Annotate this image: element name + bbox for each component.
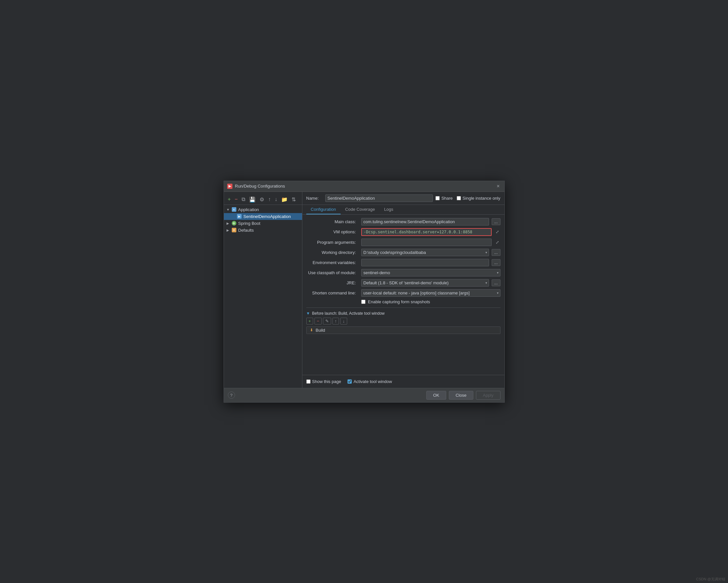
tab-logs[interactable]: Logs: [380, 205, 398, 214]
close-dialog-button[interactable]: Close: [449, 391, 473, 400]
share-checkbox[interactable]: [436, 196, 440, 200]
tab-code-coverage[interactable]: Code Coverage: [341, 205, 380, 214]
move-down-button[interactable]: ↓: [273, 196, 279, 203]
jre-select[interactable]: Default (1.8 - SDK of 'sentinel-demo' mo…: [361, 279, 489, 287]
working-dir-label: Working directory:: [306, 250, 359, 255]
single-instance-checkbox[interactable]: [457, 196, 461, 200]
application-icon: A: [232, 207, 236, 212]
working-dir-browse-button[interactable]: ...: [492, 249, 500, 256]
main-class-input[interactable]: [361, 218, 489, 226]
ok-button[interactable]: OK: [426, 391, 446, 400]
share-label: Share: [441, 196, 453, 201]
working-dir-row: Working directory: ▾ ...: [306, 249, 500, 256]
footer-buttons: OK Close Apply: [426, 391, 500, 400]
jre-row: JRE: Default (1.8 - SDK of 'sentinel-dem…: [306, 279, 500, 287]
sentinel-label: SentinelDemoApplication: [243, 214, 291, 219]
shorten-label: Shorten command line:: [306, 291, 359, 295]
bl-add-button[interactable]: +: [306, 318, 313, 324]
main-content: + − ⧉ 💾 ⚙ ↑ ↓ 📁 ⇅ ▼ A Application ▶ Sent…: [224, 192, 504, 388]
tree-arrow-defaults: ▶: [227, 229, 231, 232]
show-page-label[interactable]: Show this page: [306, 379, 341, 384]
show-page-text: Show this page: [312, 379, 341, 384]
program-args-input[interactable]: [361, 239, 492, 246]
before-launch-toggle[interactable]: ▼: [306, 311, 310, 316]
jre-browse-button[interactable]: ...: [492, 280, 500, 286]
save-config-button[interactable]: 💾: [248, 196, 257, 203]
share-options: Share Single instance only: [436, 196, 500, 201]
title-bar: ▶ Run/Debug Configurations ×: [224, 181, 504, 192]
classpath-row: Use classpath of module: sentinel-demo ▾: [306, 269, 500, 276]
watermark: CSDN @无调对钮: [696, 577, 725, 582]
before-launch-title: Before launch: Build, Activate tool wind…: [312, 311, 385, 316]
left-panel: + − ⧉ 💾 ⚙ ↑ ↓ 📁 ⇅ ▼ A Application ▶ Sent…: [224, 192, 303, 388]
bl-remove-button[interactable]: −: [314, 318, 322, 324]
bl-up-button[interactable]: ↑: [333, 318, 339, 324]
shorten-select[interactable]: user-local default: none - java [options…: [361, 289, 500, 297]
springboot-icon: ✿: [232, 221, 236, 226]
env-vars-input[interactable]: [361, 259, 489, 266]
bl-down-button[interactable]: ↓: [340, 318, 347, 324]
tree-arrow-application: ▼: [227, 208, 231, 211]
show-page-checkbox[interactable]: [306, 379, 311, 383]
tab-configuration[interactable]: Configuration: [306, 205, 341, 214]
apply-button[interactable]: Apply: [476, 391, 500, 400]
vm-options-label: VM options:: [306, 230, 359, 234]
main-class-row: Main class: ...: [306, 218, 500, 226]
program-args-expand-button[interactable]: ⤢: [494, 239, 500, 245]
build-icon: ⬇: [309, 328, 314, 333]
tabs-row: Configuration Code Coverage Logs: [303, 205, 504, 215]
single-instance-checkbox-label[interactable]: Single instance only: [457, 196, 500, 201]
build-item: ⬇ Build: [306, 326, 500, 334]
settings-button[interactable]: ⚙: [258, 196, 265, 203]
tree-item-application[interactable]: ▼ A Application: [224, 206, 302, 213]
program-args-label: Program arguments:: [306, 240, 359, 245]
add-config-button[interactable]: +: [227, 196, 232, 203]
springboot-label: Spring Boot: [238, 221, 261, 226]
snapshots-label: Enable capturing form snapshots: [368, 299, 430, 304]
vm-options-expand-button[interactable]: ⤢: [494, 229, 500, 235]
snapshots-checkbox[interactable]: [361, 300, 365, 304]
single-instance-label: Single instance only: [463, 196, 500, 201]
classpath-wrapper: sentinel-demo ▾: [361, 269, 500, 276]
build-label: Build: [316, 328, 325, 333]
dialog-icon: ▶: [227, 184, 232, 189]
env-vars-browse-button[interactable]: ...: [492, 259, 500, 266]
share-checkbox-label[interactable]: Share: [436, 196, 453, 201]
tree-item-defaults[interactable]: ▶ ⚙ Defaults: [224, 227, 302, 234]
vm-options-row: VM options: ⤢: [306, 228, 500, 236]
activate-window-label[interactable]: Activate tool window: [347, 379, 392, 384]
name-row: Name: Share Single instance only: [303, 192, 504, 205]
jre-wrapper: Default (1.8 - SDK of 'sentinel-demo' mo…: [361, 279, 489, 287]
remove-config-button[interactable]: −: [233, 196, 239, 203]
move-up-button[interactable]: ↑: [267, 196, 272, 203]
activate-window-checkbox[interactable]: [347, 379, 352, 383]
working-dir-input[interactable]: [361, 249, 489, 256]
sort-button[interactable]: ⇅: [290, 196, 297, 203]
tree-item-sentinel[interactable]: ▶ SentinelDemoApplication: [224, 213, 302, 220]
folder-button[interactable]: 📁: [280, 196, 289, 203]
shorten-wrapper: user-local default: none - java [options…: [361, 289, 500, 297]
defaults-icon: ⚙: [232, 228, 236, 232]
close-icon[interactable]: ×: [495, 183, 501, 189]
before-launch-toolbar: + − ✎ ↑ ↓: [306, 318, 500, 324]
config-content: Main class: ... VM options: ⤢ Program ar…: [303, 215, 504, 375]
dialog-footer: ? OK Close Apply: [224, 388, 504, 402]
classpath-select[interactable]: sentinel-demo: [361, 269, 500, 276]
jre-label: JRE:: [306, 281, 359, 285]
vm-options-input[interactable]: [361, 228, 492, 236]
working-dir-wrapper: ▾: [361, 249, 489, 256]
left-toolbar: + − ⧉ 💾 ⚙ ↑ ↓ 📁 ⇅: [224, 194, 302, 205]
classpath-label: Use classpath of module:: [306, 270, 359, 275]
run-debug-dialog: ▶ Run/Debug Configurations × + − ⧉ 💾 ⚙ ↑…: [224, 181, 505, 403]
copy-config-button[interactable]: ⧉: [240, 196, 246, 203]
activate-window-text: Activate tool window: [354, 379, 392, 384]
dialog-title: Run/Debug Configurations: [235, 184, 285, 189]
bl-edit-button[interactable]: ✎: [323, 318, 331, 324]
name-input[interactable]: [325, 194, 433, 202]
defaults-label: Defaults: [238, 228, 254, 233]
help-button[interactable]: ?: [228, 392, 235, 399]
right-panel: Name: Share Single instance only Configu…: [303, 192, 504, 388]
before-launch-header: ▼ Before launch: Build, Activate tool wi…: [306, 311, 500, 316]
tree-item-springboot[interactable]: ▶ ✿ Spring Boot: [224, 220, 302, 227]
main-class-browse-button[interactable]: ...: [492, 218, 500, 225]
